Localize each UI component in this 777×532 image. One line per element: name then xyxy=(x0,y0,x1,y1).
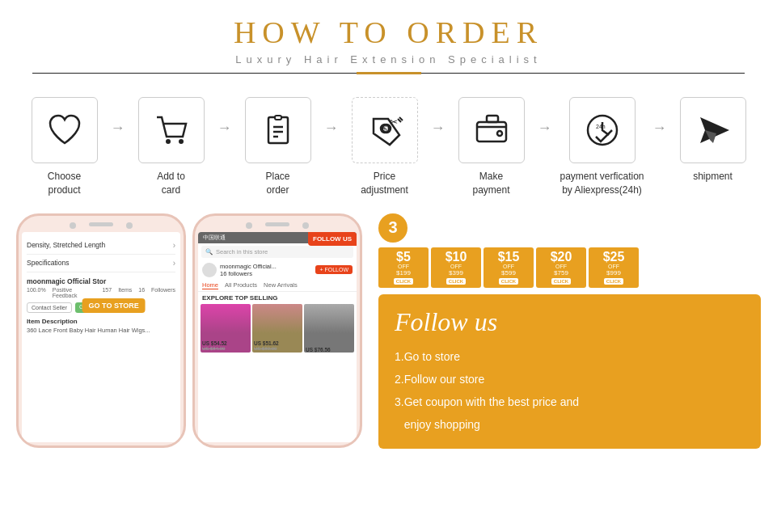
phone2-old-price-1: US $84.00 xyxy=(201,346,251,353)
phone-1-camera xyxy=(70,222,76,229)
step-icon-box-cart xyxy=(138,97,205,163)
step-icon-box-wallet xyxy=(458,97,525,163)
svg-rect-15 xyxy=(487,116,498,122)
coupon-3-main: $15 xyxy=(498,251,520,264)
svg-point-1 xyxy=(179,139,184,144)
phone2-store-avatar xyxy=(202,263,217,277)
phone1-followers-label: Followers xyxy=(151,287,175,298)
phone2-search-bar: 🔍 Search in this store xyxy=(201,246,353,258)
go-to-store-badge[interactable]: GO TO STORE xyxy=(82,298,146,313)
phone-2-camera xyxy=(246,222,252,229)
follow-us-item-1: 1.Go to store xyxy=(395,345,745,368)
price-tag-icon: ✂ $ xyxy=(365,111,404,150)
follow-us-item-2: 2.Follow our store xyxy=(395,368,745,391)
phone1-feedback-val: 100.0% xyxy=(27,287,46,298)
step-label-add-to-card: Add tocard xyxy=(157,170,185,197)
arrow-1: → xyxy=(109,120,127,137)
phone2-inner: 中国联通 17:06 🔍 Search in this store moonma… xyxy=(198,232,357,353)
phone1-items-val: 157 xyxy=(102,287,112,298)
phone1-chevron-2: › xyxy=(173,259,175,268)
phone-2-camera-2 xyxy=(302,222,309,229)
coupon-5: $25 OFF $999 CLICK xyxy=(589,247,639,288)
step-label-price-adjustment: Priceadjustment xyxy=(361,170,408,197)
phone-2-speaker xyxy=(265,222,289,226)
divider-right xyxy=(421,73,745,74)
bottom-section: Density, Stretched Length › Specificatio… xyxy=(0,205,777,457)
phone2-follow-btn[interactable]: + FOLLOW xyxy=(315,265,353,274)
phone1-contact-btn[interactable]: Contact Seller xyxy=(27,302,72,313)
coupon-2-main: $10 xyxy=(446,251,467,264)
step-icon-box-price-tag: ✂ $ xyxy=(352,97,418,163)
phone-2-content: 中国联通 17:06 🔍 Search in this store moonma… xyxy=(198,232,357,442)
phone2-nav: Home All Products New Arrivals xyxy=(198,280,357,292)
steps-row: Chooseproduct → Add tocard → Placeorder xyxy=(0,79,777,205)
coupon-4-btn[interactable]: CLICK xyxy=(551,278,571,285)
step-icon-box-clock: 24h xyxy=(569,97,636,163)
step-icon-box-clipboard xyxy=(245,97,311,163)
step-label-shipment: shipment xyxy=(693,170,733,184)
phone2-nav-products[interactable]: All Products xyxy=(225,281,257,289)
phone2-follow-us-badge: FOLLOW US xyxy=(308,232,357,246)
phone2-store-header: moonmagic Official... 16 followers + FOL… xyxy=(198,260,357,280)
coupon-1: $5 OFF $199 CLICK xyxy=(378,247,429,288)
phone2-explore-label: EXPLORE TOP SELLING xyxy=(198,292,357,304)
svg-point-14 xyxy=(497,131,502,136)
coupon-1-btn[interactable]: CLICK xyxy=(394,278,413,285)
phone1-chevron-1: › xyxy=(173,241,175,250)
coupon-3-off: OFF xyxy=(503,264,514,269)
coupon-5-btn[interactable]: CLICK xyxy=(604,278,623,285)
step-icon-box-heart xyxy=(32,97,98,163)
phone2-product-3: US $76.56 xyxy=(304,304,354,353)
step-make-payment: Makepayment xyxy=(447,97,536,197)
phone2-carrier: 中国联通 xyxy=(203,234,226,242)
coupon-3-price: $599 xyxy=(501,269,516,277)
clipboard-icon xyxy=(259,111,298,150)
arrow-2: → xyxy=(216,120,234,137)
step-add-to-card: Add tocard xyxy=(127,97,216,197)
svg-text:$: $ xyxy=(382,125,387,133)
coupon-2-price: $399 xyxy=(449,269,463,277)
phone2-nav-home[interactable]: Home xyxy=(202,281,218,289)
coupon-3: $15 OFF $599 CLICK xyxy=(484,247,534,288)
page-header: HOW TO ORDER Luxury Hair Extension Speci… xyxy=(0,0,777,79)
phone-1-speaker xyxy=(89,222,113,226)
step-shipment: shipment xyxy=(669,97,758,184)
step-place-order: Placeorder xyxy=(234,97,323,197)
phone2-followers: 16 followers xyxy=(220,270,312,277)
coupon-2-btn[interactable]: CLICK xyxy=(446,278,466,285)
coupon-5-main: $25 xyxy=(603,251,625,264)
follow-us-panel: Follow us 1.Go to store 2.Follow our sto… xyxy=(378,294,761,449)
header-divider xyxy=(32,72,745,74)
phone1-store-stats: 100.0% Positive Feedback 157 Items 16 Fo… xyxy=(27,287,175,298)
phone2-store-info: moonmagic Official... 16 followers xyxy=(220,263,312,277)
phone1-row-specs: Specifications › xyxy=(27,255,175,272)
divider-left xyxy=(32,73,357,74)
step3-badge: 3 xyxy=(378,213,408,243)
svg-text:✂: ✂ xyxy=(390,116,398,128)
heart-icon xyxy=(45,111,84,150)
phone-1: Density, Stretched Length › Specificatio… xyxy=(16,213,186,448)
divider-accent xyxy=(357,72,421,74)
plane-icon xyxy=(694,111,733,150)
wallet-icon xyxy=(472,111,511,150)
phone1-specs-label: Specifications xyxy=(27,259,69,267)
coupon-1-main: $5 xyxy=(396,251,411,264)
right-section: 3 $5 OFF $199 CLICK $10 OFF $399 CLICK $… xyxy=(378,213,761,449)
coupon-2-off: OFF xyxy=(450,264,462,269)
phone2-nav-arrivals[interactable]: New Arrivals xyxy=(264,281,298,289)
coupon-3-btn[interactable]: CLICK xyxy=(499,278,518,285)
phones-area: Density, Stretched Length › Specificatio… xyxy=(16,213,362,449)
coupons-row: $5 OFF $199 CLICK $10 OFF $399 CLICK $15… xyxy=(378,247,761,288)
follow-us-item-3: 3.Get coupon with the best price and enj… xyxy=(395,391,745,436)
phone2-search-label: Search in this store xyxy=(216,248,268,255)
arrow-5: → xyxy=(536,120,554,137)
phone2-price-3: US $76.56 xyxy=(304,345,354,353)
arrow-4: → xyxy=(429,120,447,137)
coupon-1-off: OFF xyxy=(398,264,409,269)
phone2-product-2: US $51.62 US $89.00 xyxy=(252,304,302,353)
cart-icon xyxy=(152,111,191,150)
phone1-store-name: moonmagic Official Stor xyxy=(27,277,175,285)
coupon-1-price: $199 xyxy=(396,269,411,277)
arrow-3: → xyxy=(323,120,340,137)
step-label-make-payment: Makepayment xyxy=(472,170,509,197)
